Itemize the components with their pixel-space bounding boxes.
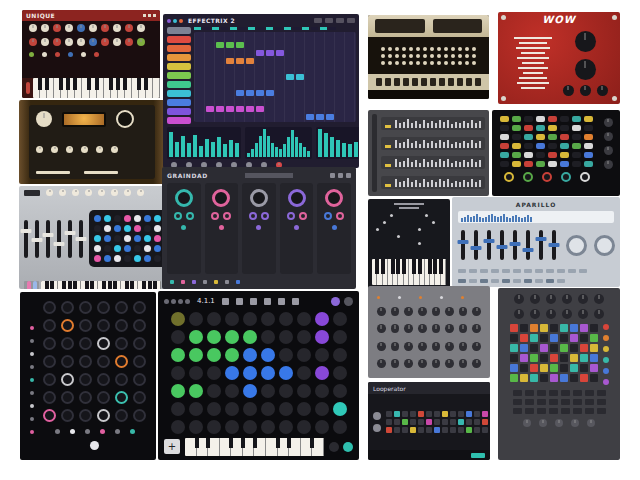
nav-dot[interactable] xyxy=(178,299,183,304)
knob[interactable] xyxy=(578,294,588,304)
matrix-pad[interactable] xyxy=(114,225,121,232)
pad[interactable] xyxy=(243,312,257,326)
header-button[interactable] xyxy=(314,18,322,23)
pad-knob[interactable] xyxy=(133,337,146,350)
knob[interactable] xyxy=(89,24,97,32)
pad[interactable] xyxy=(171,420,185,434)
slot-cell[interactable] xyxy=(418,411,424,417)
pad[interactable] xyxy=(590,324,598,332)
timeline-cell[interactable] xyxy=(257,27,264,30)
key-button[interactable] xyxy=(444,47,448,51)
pad[interactable] xyxy=(315,348,329,362)
pad[interactable] xyxy=(537,390,546,396)
pad[interactable] xyxy=(560,334,568,342)
macro-knob[interactable] xyxy=(212,189,230,207)
pad[interactable] xyxy=(243,330,257,344)
black-key[interactable] xyxy=(130,281,134,289)
key-button[interactable] xyxy=(381,47,385,51)
knob[interactable] xyxy=(96,146,103,153)
pad-knob[interactable] xyxy=(61,301,74,314)
patch-cell[interactable] xyxy=(560,161,569,167)
key-button[interactable] xyxy=(423,61,427,65)
pad[interactable] xyxy=(315,330,329,344)
black-key[interactable] xyxy=(113,281,117,289)
pad-knob[interactable] xyxy=(43,373,56,386)
slot-cell[interactable] xyxy=(386,427,392,433)
black-key[interactable] xyxy=(287,438,291,449)
pad[interactable] xyxy=(189,348,203,362)
pad[interactable] xyxy=(550,334,558,342)
pad[interactable] xyxy=(333,402,347,416)
xy-dial[interactable] xyxy=(594,235,615,256)
pad-knob[interactable] xyxy=(97,301,110,314)
black-key[interactable] xyxy=(45,78,49,90)
pad[interactable] xyxy=(243,402,257,416)
footer-icon[interactable] xyxy=(181,280,185,284)
header-button[interactable] xyxy=(347,18,355,23)
pad[interactable] xyxy=(513,390,522,396)
led[interactable] xyxy=(130,429,135,434)
pad[interactable] xyxy=(189,402,203,416)
pad-knob[interactable] xyxy=(79,301,92,314)
pad[interactable] xyxy=(560,324,568,332)
knob[interactable] xyxy=(124,189,131,196)
footer-icon[interactable] xyxy=(236,280,240,284)
patch-cell[interactable] xyxy=(560,116,569,122)
pad-knob[interactable] xyxy=(79,337,92,350)
slot-cell[interactable] xyxy=(450,427,456,433)
key[interactable] xyxy=(394,78,400,86)
slot-cell[interactable] xyxy=(386,411,392,417)
pad[interactable] xyxy=(279,312,293,326)
knob[interactable] xyxy=(418,307,427,316)
patch-cell[interactable] xyxy=(572,161,581,167)
pad[interactable] xyxy=(570,334,578,342)
pad[interactable] xyxy=(279,366,293,380)
pad[interactable] xyxy=(540,324,548,332)
matrix-pad[interactable] xyxy=(104,225,111,232)
knob[interactable] xyxy=(41,38,49,46)
knob[interactable] xyxy=(53,38,61,46)
knob[interactable] xyxy=(391,342,400,351)
fader[interactable] xyxy=(57,220,61,258)
pad[interactable] xyxy=(279,384,293,398)
knob[interactable] xyxy=(504,172,514,182)
pad[interactable] xyxy=(520,354,528,362)
pad[interactable] xyxy=(590,364,598,372)
key-button[interactable] xyxy=(430,61,434,65)
slot-cell[interactable] xyxy=(434,411,440,417)
footer-icon[interactable] xyxy=(170,280,174,284)
toolbar-icon[interactable] xyxy=(292,298,299,305)
pad[interactable] xyxy=(530,344,538,352)
knob[interactable] xyxy=(53,24,61,32)
knob[interactable] xyxy=(575,31,596,52)
knob[interactable] xyxy=(29,38,37,46)
black-key[interactable] xyxy=(125,281,129,289)
effect-row-label[interactable] xyxy=(167,117,191,124)
control-cell[interactable] xyxy=(480,279,488,283)
knob[interactable] xyxy=(81,146,88,153)
matrix-pad[interactable] xyxy=(114,215,121,222)
step-cell[interactable] xyxy=(236,42,244,48)
knob[interactable] xyxy=(98,189,105,196)
effect-row-label[interactable] xyxy=(167,99,191,106)
pad-knob[interactable] xyxy=(61,355,74,368)
knob[interactable] xyxy=(445,359,454,368)
knob[interactable] xyxy=(562,309,572,319)
pad[interactable] xyxy=(570,344,578,352)
pad[interactable] xyxy=(243,366,257,380)
patch-cell[interactable] xyxy=(512,116,521,122)
pad[interactable] xyxy=(580,374,588,382)
key-button[interactable] xyxy=(416,47,420,51)
patch-cell[interactable] xyxy=(524,134,533,140)
key-button[interactable] xyxy=(395,61,399,65)
control-cell[interactable] xyxy=(502,269,510,273)
timeline-cell[interactable] xyxy=(320,27,327,30)
pad[interactable] xyxy=(573,399,582,405)
patch-cell[interactable] xyxy=(560,125,569,131)
knob[interactable] xyxy=(445,307,454,316)
mode-button[interactable] xyxy=(331,297,340,306)
patch-cell[interactable] xyxy=(500,125,509,131)
pad-knob[interactable] xyxy=(97,355,110,368)
matrix-pad[interactable] xyxy=(124,225,131,232)
patch-cell[interactable] xyxy=(584,161,593,167)
